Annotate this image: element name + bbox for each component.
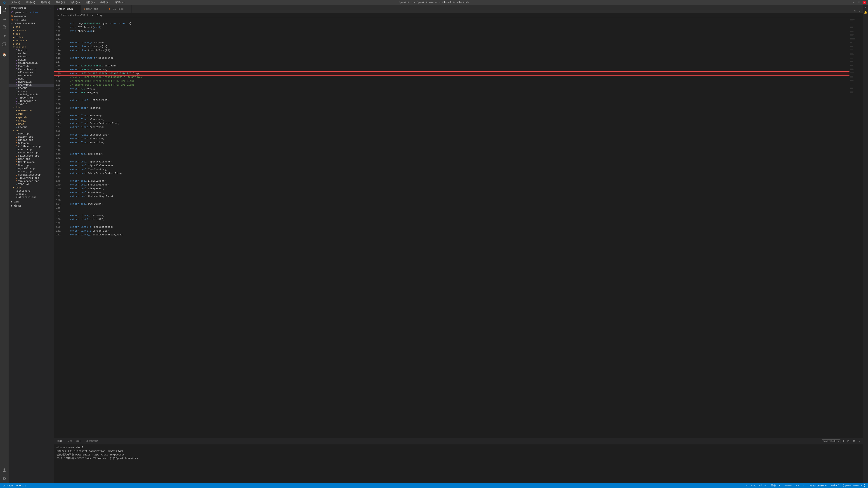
statusbar-lang[interactable]: C (803, 484, 806, 487)
tab-maincpp[interactable]: C main.cpp ✕ (81, 5, 106, 13)
menu-help[interactable]: 帮助(H) (114, 0, 126, 5)
file-filesystem-cpp[interactable]: C FileSystem.cpp (8, 154, 54, 158)
file-bitmap-h[interactable]: C Bitmap.h (8, 55, 54, 58)
code-line-140[interactable]: 140 (54, 149, 849, 152)
file-main-cpp[interactable]: C main.cpp (8, 158, 54, 161)
file-menu-h[interactable]: C Menu.h (8, 77, 54, 80)
folder-files[interactable]: ▶ files (8, 35, 54, 39)
code-line-147[interactable]: 147 (54, 175, 849, 179)
folder-img[interactable]: ▶ img (8, 42, 54, 46)
menu-goto[interactable]: 转到(G) (69, 0, 81, 5)
code-line-129[interactable]: 129 extern char* TipName; (54, 106, 849, 110)
code-editor[interactable]: 106107 void Log(MESSAGETYPE type, const … (54, 18, 849, 438)
code-line-106[interactable]: 106 (54, 18, 849, 22)
outline-section-header[interactable]: ▶ 大纲 (8, 200, 54, 204)
file-platformio-ini[interactable]: · platformio.ini (8, 196, 54, 199)
code-line-124[interactable]: 124 extern PID MyPID; (54, 87, 849, 91)
file-tipmanager-h[interactable]: C TipManager.h (8, 99, 54, 103)
statusbar-encoding[interactable]: UTF-8 (784, 484, 793, 487)
file-externdraw-h[interactable]: C ExternDraw.h (8, 68, 54, 71)
extensions-icon[interactable] (0, 40, 8, 48)
file-ble-cpp[interactable]: C BLE.cpp (8, 142, 54, 145)
output-label[interactable]: 输出 (74, 440, 83, 443)
file-mathfun-cpp[interactable]: C MathFun.cpp (8, 161, 54, 164)
explorer-root-label[interactable]: ▼ OPENТ12-MASTER (8, 22, 54, 25)
file-type-h[interactable]: C Type.h (8, 103, 54, 106)
file-readme[interactable]: M README (8, 87, 54, 90)
code-line-110[interactable]: 110 (54, 33, 849, 37)
code-line-111[interactable]: 111 (54, 37, 849, 41)
file-bezier-h[interactable]: C Bezier.h (8, 52, 54, 55)
file-lib-readme[interactable]: M README (8, 126, 54, 129)
code-line-132[interactable]: 132 extern float SleepTemp; (54, 118, 849, 122)
pio-icon[interactable]: 🏠 (0, 51, 8, 59)
statusbar-spaces[interactable]: 空格: 4 (770, 484, 781, 487)
close-terminal-icon[interactable]: ✕ (858, 439, 861, 444)
open-editors-pio-home[interactable]: ⊕ PIO Home (8, 18, 54, 22)
file-rotary-h[interactable]: C Rotary.h (8, 90, 54, 93)
code-line-154[interactable]: 154 extern bool PWM_WORKY; (54, 202, 849, 206)
code-line-162[interactable]: 162 extern uint8_t SmoothAnimation_Flag; (54, 233, 849, 237)
code-line-145[interactable]: 145 extern bool TempToneFlag; (54, 168, 849, 171)
file-mathfun-h[interactable]: C MathFun.h (8, 74, 54, 77)
statusbar-pio[interactable]: PlatformIO ⊕ (809, 484, 828, 487)
code-line-119[interactable]: 119 extern OneButton RButton; (54, 68, 849, 72)
code-line-155[interactable]: 155 (54, 206, 849, 210)
code-line-158[interactable]: 158 extern uint8_t Use_KFP; (54, 218, 849, 221)
open-editors-file-main[interactable]: C main.cpp (8, 14, 54, 18)
folder-vscode[interactable]: ▶ .vscode (8, 29, 54, 32)
sidebar-menu-icon[interactable]: … (50, 7, 51, 10)
breadcrumb-file[interactable]: OpenT12.h (75, 14, 88, 17)
folder-pio[interactable]: ▶ pio (8, 25, 54, 29)
file-opent12-h[interactable]: C OpenT12.h (8, 84, 54, 87)
code-line-116[interactable]: 116 extern hw_timer_t* SoundTimer; (54, 56, 849, 60)
code-line-153[interactable]: 153 (54, 198, 849, 202)
code-line-138[interactable]: 138 extern float BoostTime; (54, 141, 849, 144)
timeline-section-header[interactable]: ▶ 时间线 (8, 204, 54, 208)
file-rotary-cpp[interactable]: C Rotary.cpp (8, 170, 54, 173)
code-line-150[interactable]: 150 extern bool SleepEvent; (54, 187, 849, 191)
code-line-149[interactable]: 149 extern bool ShutdownEvent; (54, 183, 849, 187)
breadcrumb-include[interactable]: include (57, 14, 67, 17)
menu-select[interactable]: 选择(S) (39, 0, 52, 5)
code-line-118[interactable]: 118 extern BluetoothSerial SerialBT; (54, 64, 849, 68)
code-line-127[interactable]: 127 extern uint8_t DEBUG_MODE; (54, 98, 849, 102)
code-line-126[interactable]: 126 (54, 95, 849, 98)
file-tipcontrol-cpp[interactable]: C TipControl.cpp (8, 176, 54, 180)
code-line-123[interactable]: 123 // extern U8G2_ST7920_128X64_F_SW_SP… (54, 83, 849, 87)
menu-terminal[interactable]: 终端(T) (99, 0, 111, 5)
search-icon[interactable] (0, 14, 8, 23)
trash-terminal-icon[interactable]: 🗑 (851, 439, 856, 443)
code-line-160[interactable]: 160 extern uint8_t PanelSettings; (54, 225, 849, 229)
code-line-135[interactable]: 135 (54, 129, 849, 133)
menu-run[interactable]: 运行(R) (84, 0, 96, 5)
folder-qrcode[interactable]: ▶ QRCode (8, 116, 54, 119)
file-tipmanager-cpp[interactable]: C TipManager.cpp (8, 180, 54, 183)
file-beep-h[interactable]: C Beep.h (8, 49, 54, 52)
more-actions-icon[interactable]: … (858, 9, 861, 13)
code-line-112[interactable]: 112 extern uint64_t ChipMAC; (54, 41, 849, 45)
debug-console-label[interactable]: 调试控制台 (84, 440, 100, 443)
tab-pio-home[interactable]: ⊕ PIO Home ✕ (106, 5, 131, 13)
folder-doc[interactable]: ▶ doc (8, 32, 54, 35)
file-todo-md[interactable]: M TODO.md (8, 183, 54, 186)
run-icon[interactable] (0, 32, 8, 40)
code-line-131[interactable]: 131 extern float BootTemp; (54, 114, 849, 118)
code-line-115[interactable]: 115 (54, 53, 849, 56)
tab-opent12h[interactable]: C OpenT12.h ✕ (54, 5, 81, 13)
code-line-157[interactable]: 157 extern uint8_t PIDMode; (54, 214, 849, 218)
powershell-dropdown[interactable]: powershell ∨ (822, 440, 840, 443)
file-calibration-cpp[interactable]: C Calibration.cpp (8, 145, 54, 148)
menu-view[interactable]: 查看(V) (54, 0, 66, 5)
statusbar-errors[interactable]: ⊗ 0 ⚠ 0 (16, 484, 27, 487)
statusbar-position[interactable]: Ln 118, Col 19 (745, 484, 767, 487)
folder-include[interactable]: ▼ include (8, 46, 54, 49)
split-editor-icon[interactable]: ⊟ (854, 8, 857, 13)
breadcrumb-symbol[interactable]: ⊕ (92, 14, 93, 17)
code-line-130[interactable]: 130 (54, 110, 849, 114)
code-line-134[interactable]: 134 extern float BoostTemp; (54, 125, 849, 129)
file-serial-putc-h[interactable]: C serial_putc.h (8, 93, 54, 96)
file-event-h[interactable]: C Event.h (8, 65, 54, 68)
open-editors-file-openT12[interactable]: C OpenT12.h include (8, 11, 54, 14)
code-line-109[interactable]: 109 void About(void); (54, 29, 849, 33)
